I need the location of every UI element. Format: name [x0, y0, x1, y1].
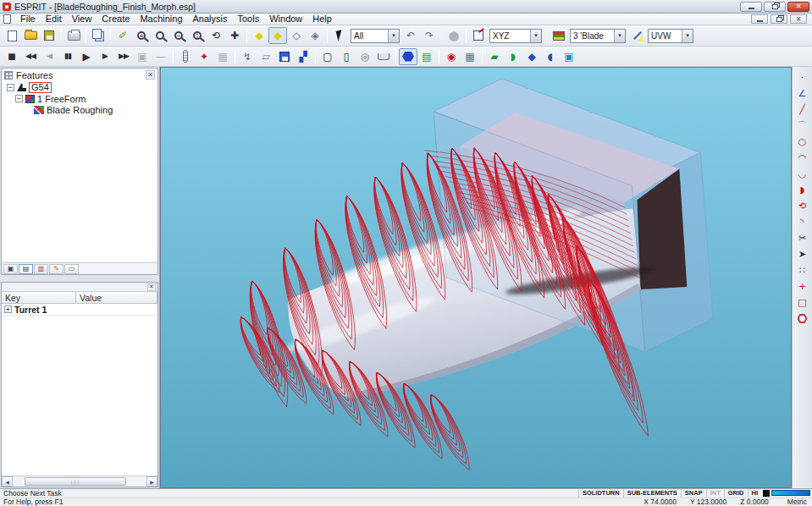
fillet-tool-button[interactable]: ◝: [794, 215, 811, 229]
point-tool-button[interactable]: ·: [794, 70, 811, 85]
zoom-window-button[interactable]: ∶: [188, 27, 207, 44]
redo-button[interactable]: ↷: [420, 27, 439, 44]
zoom-button[interactable]: [151, 27, 169, 44]
solid-mode-button[interactable]: [399, 48, 417, 65]
tab-features[interactable]: ▤: [19, 264, 33, 274]
blade-op3-button[interactable]: ◆: [522, 48, 541, 65]
property-row-turret1[interactable]: + Turret 1: [2, 304, 157, 316]
menu-file[interactable]: File: [15, 14, 41, 25]
show-machine-button[interactable]: [374, 48, 393, 65]
color-swatch[interactable]: [763, 490, 770, 497]
freeform-expand-toggle[interactable]: −: [15, 95, 23, 102]
menu-analysis[interactable]: Analysis: [188, 14, 233, 25]
tree-item-freeform[interactable]: − 1 FreeForm: [2, 93, 157, 104]
sim-to-end-button[interactable]: ▶▶: [114, 48, 133, 65]
selection-filter-dropdown-button[interactable]: ▼: [388, 30, 399, 42]
turret1-expand-toggle[interactable]: +: [4, 305, 12, 313]
print-button[interactable]: [64, 27, 83, 44]
redraw-button[interactable]: ✐: [113, 27, 132, 44]
angle-line-tool-button[interactable]: ∠: [794, 86, 811, 101]
sub-elements-toggle[interactable]: SUB-ELEMENTS: [623, 489, 681, 498]
tab-annotations[interactable]: ✎: [49, 264, 64, 274]
new-button[interactable]: [3, 27, 21, 44]
save-stock-button[interactable]: [275, 48, 294, 65]
sim-step-back-button[interactable]: ◀: [40, 48, 58, 65]
shading-solid-button[interactable]: ◆: [250, 27, 268, 44]
probe-button[interactable]: ▣: [560, 48, 578, 65]
tab-operations[interactable]: ▥: [34, 264, 48, 274]
render-quality-button[interactable]: ◉: [442, 48, 461, 65]
blade-op1-button[interactable]: ▰: [485, 48, 504, 65]
show-holder-button[interactable]: ▯: [337, 48, 356, 65]
minimize-button[interactable]: [740, 2, 762, 12]
menu-edit[interactable]: Edit: [41, 14, 67, 25]
uvw-axis-button[interactable]: [627, 27, 646, 44]
copy-button[interactable]: [89, 27, 108, 44]
polygon-tool-button[interactable]: [794, 311, 811, 326]
grid-toggle[interactable]: GRID: [724, 489, 748, 498]
menu-machining[interactable]: Machining: [135, 14, 187, 25]
shading-translucent-button[interactable]: ◈: [306, 27, 324, 44]
restore-button[interactable]: [764, 2, 786, 12]
tab-project[interactable]: ▭: [64, 264, 79, 274]
zoom-out-button[interactable]: −: [169, 27, 188, 44]
menu-create[interactable]: Create: [97, 14, 135, 25]
rectangle-tool-button[interactable]: □: [794, 295, 811, 310]
sim-speed-gauge-button[interactable]: [176, 48, 195, 65]
blade-op4-button[interactable]: ◖: [541, 48, 560, 65]
menu-view[interactable]: View: [67, 14, 97, 25]
int-toggle[interactable]: INT: [706, 489, 724, 498]
blade-op2-button[interactable]: ◗: [504, 48, 522, 65]
extend-tool-button[interactable]: ➤: [794, 247, 811, 261]
open-button[interactable]: [21, 27, 40, 44]
work-plane-combo[interactable]: XYZ ▼: [489, 29, 542, 43]
layers-button[interactable]: [550, 27, 568, 44]
arc-tool-button[interactable]: ◠: [794, 151, 811, 165]
layer-dropdown-button[interactable]: ▼: [614, 30, 625, 42]
menu-help[interactable]: Help: [307, 14, 337, 25]
panel-splitter[interactable]: [0, 276, 159, 281]
copy-stock-button[interactable]: ▱: [257, 48, 275, 65]
scrollbar-thumb[interactable]: ∣∣∣: [25, 477, 126, 486]
sim-range-button[interactable]: —: [152, 48, 170, 65]
mdi-close-button[interactable]: ✕: [790, 14, 807, 24]
solidturn-toggle[interactable]: SOLIDTURN: [578, 489, 623, 498]
compare-button[interactable]: ▞: [294, 48, 312, 65]
snap-toggle[interactable]: SNAP: [681, 489, 706, 498]
rotate-view-button[interactable]: ⟲: [207, 27, 225, 44]
tool-change-button[interactable]: ✦: [195, 48, 213, 65]
layer-stack-button[interactable]: ▤: [417, 48, 436, 65]
scroll-left-button[interactable]: ◀: [2, 476, 13, 487]
features-panel-close-button[interactable]: ✕: [146, 70, 155, 80]
report-button[interactable]: ▦: [461, 48, 479, 65]
trim-tool-button[interactable]: ✂: [794, 231, 811, 245]
show-stock-button[interactable]: ▢: [318, 48, 337, 65]
highlight-color-bar[interactable]: [771, 490, 810, 496]
scrollbar-track[interactable]: ∣∣∣: [13, 476, 146, 487]
axis-cross-tool-button[interactable]: +: [794, 279, 811, 294]
sim-stop-button[interactable]: ■: [3, 48, 21, 65]
menu-window[interactable]: Window: [264, 14, 307, 25]
hi-toggle[interactable]: HI: [748, 489, 762, 498]
arc-continuous-tool-button[interactable]: ◡: [794, 167, 811, 181]
zoom-in-button[interactable]: +: [132, 27, 151, 44]
spiral-tool-button[interactable]: ⟲: [794, 199, 811, 213]
point-grid-tool-button[interactable]: ∷: [794, 263, 811, 278]
sim-settings-button[interactable]: ↯: [238, 48, 257, 65]
menu-tools[interactable]: Tools: [233, 14, 265, 25]
sim-play-button[interactable]: ▶: [77, 48, 96, 65]
g54-expand-toggle[interactable]: −: [7, 84, 14, 91]
viewport-3d[interactable]: [160, 67, 792, 488]
property-panel-close-button[interactable]: ✕: [147, 283, 156, 291]
machine-save-button[interactable]: ▦: [213, 48, 232, 65]
sim-step-forward-button[interactable]: ▶: [96, 48, 114, 65]
save-button[interactable]: [40, 27, 58, 44]
sim-loop-button[interactable]: ▣: [133, 48, 152, 65]
undo-button[interactable]: ↶: [401, 27, 420, 44]
shading-wireframe-button[interactable]: ◇: [287, 27, 306, 44]
mdi-minimize-button[interactable]: [751, 14, 768, 24]
uvw-combo[interactable]: UVW ▼: [648, 29, 693, 43]
uvw-dropdown-button[interactable]: ▼: [682, 30, 693, 42]
line-tool-button[interactable]: ╱: [794, 102, 811, 117]
layer-combo[interactable]: 3 'Blade ▼: [570, 29, 626, 43]
